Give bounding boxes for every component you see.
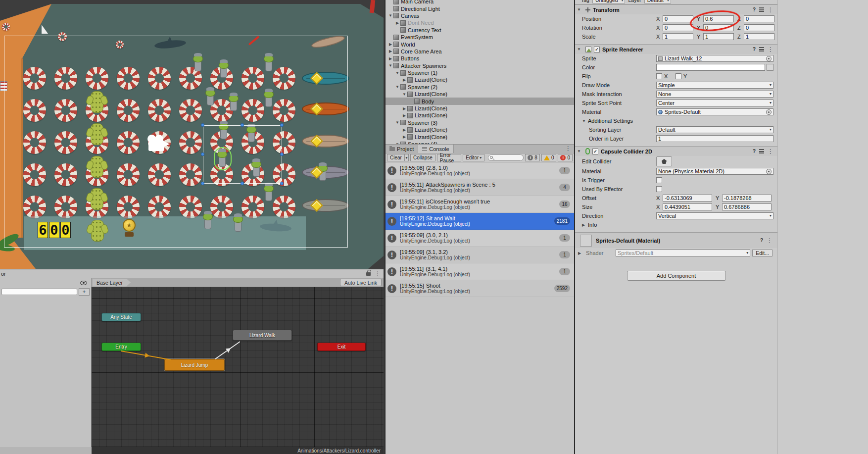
hierarchy-item[interactable]: Directional Light <box>386 5 574 12</box>
foldout-icon[interactable]: ▶ <box>387 56 393 61</box>
foldout-icon[interactable]: ▼ <box>577 7 583 12</box>
console-log-entry[interactable]: ![19:55:09](3.0, 2.1)UnityEngine.Debug:L… <box>386 230 574 247</box>
hierarchy-item[interactable]: Body <box>386 98 574 104</box>
hierarchy-item[interactable]: ▼Lizard(Clone) <box>386 91 574 98</box>
layer-search-input[interactable] <box>1 289 77 295</box>
direction-dropdown[interactable]: Vertical ▾ <box>656 212 773 219</box>
hierarchy-item[interactable]: ▼Canvas <box>386 12 574 19</box>
hierarchy-item[interactable]: ▼Spawner (1) <box>386 69 574 76</box>
console-log-entry[interactable]: ![19:55:09](3.1, 3.2)UnityEngine.Debug:L… <box>386 247 574 263</box>
object-picker-icon[interactable] <box>766 169 772 174</box>
size-x-field[interactable]: 0.4439051 <box>663 203 712 210</box>
kebab-menu-icon[interactable]: ⋮ <box>768 7 773 13</box>
kebab-menu-icon[interactable]: ⋮ <box>375 271 381 277</box>
selection-handle[interactable] <box>241 182 244 185</box>
foldout-icon[interactable]: ▶ <box>401 78 407 82</box>
foldout-icon[interactable]: ▶ <box>582 223 588 227</box>
hierarchy-item[interactable]: ▼Attacker Spawners <box>386 62 574 69</box>
editor-dropdown[interactable]: Editor ▾ <box>463 154 484 161</box>
info-count-toggle[interactable]: ! 8 <box>525 154 540 161</box>
foldout-icon[interactable]: ▼ <box>577 149 583 153</box>
kebab-menu-icon[interactable]: ⋮ <box>768 47 773 52</box>
foldout-icon[interactable]: ▼ <box>394 71 400 75</box>
state-node-exit[interactable]: Exit <box>317 343 366 351</box>
hierarchy-item[interactable]: ▼Spawner (4) <box>386 141 574 144</box>
state-node-any-state[interactable]: Any State <box>101 313 141 321</box>
help-icon[interactable]: ? <box>753 47 756 52</box>
foldout-icon[interactable]: ▶ <box>401 135 407 139</box>
used-by-effector-checkbox[interactable] <box>656 186 662 192</box>
selection-handle[interactable] <box>201 123 204 127</box>
kebab-menu-icon[interactable]: ⋮ <box>767 238 772 244</box>
selection-handle[interactable] <box>280 123 284 127</box>
state-node-lizard-walk[interactable]: Lizard Walk <box>233 330 292 341</box>
collider-material-field[interactable]: None (Physics Material 2D) <box>656 168 773 175</box>
console-log-entry[interactable]: ![19:55:11](3.1, 4.1)UnityEngine.Debug:L… <box>386 263 574 280</box>
edit-shader-button[interactable]: Edit... <box>752 249 772 257</box>
edit-collider-button[interactable] <box>656 156 672 166</box>
selection-handle[interactable] <box>280 152 284 156</box>
selection-handle[interactable] <box>201 152 204 156</box>
auto-live-link-button[interactable]: Auto Live Link <box>340 279 382 286</box>
component-enabled-checkbox[interactable]: ✓ <box>594 47 600 52</box>
hierarchy-item[interactable]: ▶Dont Need <box>386 19 574 26</box>
scale-z-field[interactable]: 1 <box>744 33 774 40</box>
hierarchy-item[interactable]: ▶Lizard(Clone) <box>386 133 574 140</box>
hierarchy-item[interactable]: ▶Buttons <box>386 55 574 62</box>
console-log-entry[interactable]: ![19:55:08](2.8, 1.0)UnityEngine.Debug:L… <box>386 162 574 179</box>
help-icon[interactable]: ? <box>760 238 763 243</box>
foldout-icon[interactable]: ▼ <box>387 13 393 18</box>
tag-dropdown[interactable]: Untagged▾ <box>592 0 626 3</box>
eye-icon[interactable] <box>80 281 87 285</box>
animator-state-graph[interactable]: Any State Entry Lizard Walk Lizard Jump … <box>92 287 384 447</box>
shader-dropdown[interactable]: Sprites/Default ▾ <box>616 250 750 256</box>
clear-button[interactable]: Clear <box>387 154 405 161</box>
rotation-z-field[interactable]: 0 <box>744 24 774 31</box>
selection-handle[interactable] <box>280 182 284 185</box>
error-count-toggle[interactable]: ! 0 <box>558 154 573 161</box>
console-log-entry[interactable]: ![19:55:11]isCloseEnough wasn't trueUnit… <box>386 196 574 213</box>
foldout-icon[interactable]: ▼ <box>394 120 400 125</box>
tab-project[interactable]: Project <box>386 145 418 153</box>
tab-console[interactable]: Console <box>418 145 453 153</box>
sorting-layer-dropdown[interactable]: Default ▾ <box>656 126 773 133</box>
console-log-entry[interactable]: ![19:55:15]ShootUnityEngine.Debug:Log (o… <box>386 280 574 297</box>
transition-arrow[interactable] <box>215 341 240 359</box>
object-picker-icon[interactable] <box>766 56 772 61</box>
state-node-lizard-jump[interactable]: Lizard Jump <box>164 359 225 371</box>
layer-dropdown[interactable]: Default▾ <box>644 0 671 3</box>
foldout-icon[interactable]: ▼ <box>577 47 583 51</box>
scale-x-field[interactable]: 1 <box>663 33 693 40</box>
eyedropper-icon[interactable] <box>767 64 773 71</box>
hierarchy-item[interactable]: ▶Core Game Area <box>386 48 574 55</box>
foldout-icon[interactable]: ▼ <box>394 85 400 89</box>
is-trigger-checkbox[interactable] <box>656 177 662 183</box>
hierarchy-item[interactable]: ▼Spawner (2) <box>386 84 574 91</box>
rotation-x-field[interactable]: 0 <box>663 24 693 31</box>
order-in-layer-field[interactable]: 1 <box>656 135 773 142</box>
hierarchy-item[interactable]: ▶World <box>386 41 574 48</box>
hierarchy-item[interactable]: ▶Lizard(Clone) <box>386 126 574 133</box>
mask-interaction-dropdown[interactable]: None ▾ <box>656 91 773 98</box>
flip-y-checkbox[interactable] <box>675 73 681 79</box>
foldout-icon[interactable]: ▼ <box>401 92 407 97</box>
component-enabled-checkbox[interactable]: ✓ <box>592 149 598 154</box>
foldout-icon[interactable]: ▶ <box>387 49 393 53</box>
collapse-button[interactable]: Collapse <box>410 154 435 161</box>
sprite-object-field[interactable]: Lizard Walk_12 <box>656 55 773 62</box>
selection-handle[interactable] <box>201 182 204 185</box>
help-icon[interactable]: ? <box>753 7 756 12</box>
hierarchy-item[interactable]: ▼Spawner (3) <box>386 119 574 126</box>
animator-tab[interactable]: or <box>0 271 6 277</box>
kebab-menu-icon[interactable]: ⋮ <box>565 145 574 153</box>
selection-handle[interactable] <box>241 123 244 127</box>
hierarchy-item[interactable]: ▶Lizard(Clone) <box>386 105 574 112</box>
position-x-field[interactable]: 0 <box>663 15 693 22</box>
foldout-icon[interactable]: ▶ <box>394 21 400 25</box>
object-picker-icon[interactable] <box>766 109 772 115</box>
draw-mode-dropdown[interactable]: Simple ▾ <box>656 82 773 89</box>
console-log-entry[interactable]: ![19:55:12]Sit and WaitUnityEngine.Debug… <box>386 213 574 230</box>
offset-y-field[interactable]: -0.1878268 <box>722 195 772 202</box>
hierarchy-item[interactable]: EventSystem <box>386 34 574 41</box>
foldout-icon[interactable]: ▶ <box>401 128 407 132</box>
